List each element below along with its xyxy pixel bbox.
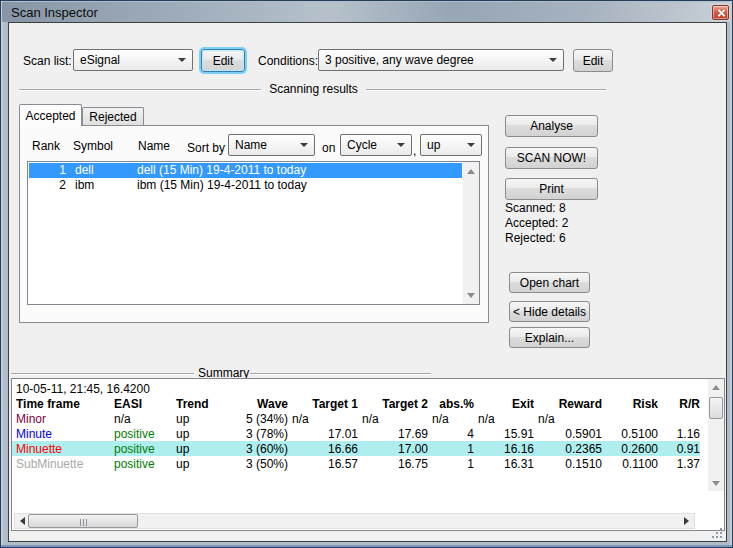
list-item-ibm[interactable]: 2 ibm ibm (15 Min) 19-4-2011 to today: [29, 178, 462, 193]
titlebar[interactable]: Scan Inspector: [2, 2, 731, 22]
close-icon: [716, 8, 725, 17]
sort-direction-value: up: [427, 138, 440, 152]
sort-on-dropdown[interactable]: Cycle: [340, 134, 412, 156]
target2-cell: n/a: [358, 411, 428, 426]
header-wave: Wave: [227, 396, 288, 411]
edit-scan-list-button[interactable]: Edit: [201, 49, 245, 72]
scroll-down-icon[interactable]: [463, 288, 479, 302]
target2-cell: 17.69: [358, 426, 428, 441]
summary-timestamp: 10-05-11, 21:45, 16.4200: [16, 382, 150, 396]
risk-cell: 0.2600: [602, 441, 658, 456]
scroll-down-icon[interactable]: [708, 477, 724, 489]
exit-cell: 16.31: [474, 456, 534, 471]
wave-cell: 3 (60%): [227, 441, 288, 456]
rr-cell: 0.91: [658, 441, 700, 456]
results-listbox[interactable]: 1 dell dell (15 Min) 19-4-2011 to today …: [27, 161, 480, 305]
abs-cell: n/a: [428, 411, 474, 426]
conditions-value: 3 positive, any wave degree: [325, 53, 474, 67]
sort-by-dropdown[interactable]: Name: [228, 134, 315, 156]
target1-cell: n/a: [288, 411, 358, 426]
trend-cell: up: [172, 441, 227, 456]
summary-row-minor[interactable]: Minor n/a up 5 (34%) n/a n/a n/a n/a n/a: [12, 411, 700, 426]
easi-cell: n/a: [110, 411, 172, 426]
scroll-up-icon[interactable]: [463, 164, 479, 178]
target1-cell: 16.57: [288, 456, 358, 471]
list-scrollbar[interactable]: [463, 162, 479, 304]
edit-scan-list-label: Edit: [213, 54, 234, 68]
sort-direction-dropdown[interactable]: up: [420, 134, 482, 156]
header-reward: Reward: [534, 396, 602, 411]
header-abs: abs.%: [428, 396, 474, 411]
header-trend: Trend: [172, 396, 227, 411]
scan-now-button[interactable]: SCAN NOW!: [505, 147, 598, 169]
reward-cell: n/a: [534, 411, 602, 426]
header-exit: Exit: [474, 396, 534, 411]
scan-inspector-window: Scan Inspector Scan list: eSignal Edit C…: [0, 0, 733, 548]
rr-cell: 1.37: [658, 456, 700, 471]
abs-cell: 1: [428, 456, 474, 471]
row-rank: 2: [29, 178, 66, 193]
chevron-down-icon: [549, 58, 557, 62]
summary-horizontal-scrollbar[interactable]: [14, 513, 695, 529]
sort-by-label: Sort by: [187, 141, 225, 155]
edit-conditions-button[interactable]: Edit: [573, 49, 613, 72]
tab-accepted-label: Accepted: [25, 109, 75, 123]
analyse-button[interactable]: Analyse: [505, 115, 598, 137]
summary-row-minuette-highlighted[interactable]: Minuette positive up 3 (60%) 16.66 17.00…: [12, 441, 700, 456]
conditions-dropdown[interactable]: 3 positive, any wave degree: [318, 49, 564, 71]
close-button[interactable]: [712, 5, 729, 20]
scroll-up-icon[interactable]: [708, 381, 724, 393]
easi-cell: positive: [110, 456, 172, 471]
target2-cell: 17.00: [358, 441, 428, 456]
analyse-label: Analyse: [530, 119, 573, 133]
reward-cell: 0.2365: [534, 441, 602, 456]
scan-list-label: Scan list:: [23, 54, 72, 68]
rr-cell: 1.16: [658, 426, 700, 441]
timeframe-cell: SubMinuette: [12, 456, 110, 471]
exit-cell: n/a: [474, 411, 534, 426]
sort-by-value: Name: [235, 138, 267, 152]
tab-rejected[interactable]: Rejected: [82, 107, 144, 126]
list-item-dell[interactable]: 1 dell dell (15 Min) 19-4-2011 to today: [29, 163, 462, 178]
edit-conditions-label: Edit: [583, 54, 604, 68]
trend-cell: up: [172, 456, 227, 471]
trend-cell: up: [172, 426, 227, 441]
scan-now-label: SCAN NOW!: [517, 151, 586, 165]
easi-cell: positive: [110, 426, 172, 441]
row-symbol: ibm: [75, 178, 129, 193]
scanning-results-group-label: Scanning results: [261, 82, 366, 96]
print-button[interactable]: Print: [505, 178, 598, 200]
row-rank: 1: [29, 163, 66, 178]
rr-cell: [658, 411, 700, 426]
scan-list-dropdown[interactable]: eSignal: [73, 49, 193, 71]
scrollbar-thumb[interactable]: [28, 514, 138, 528]
explain-button[interactable]: Explain...: [509, 327, 590, 348]
sort-separator: ,: [413, 144, 416, 158]
summary-row-minute[interactable]: Minute positive up 3 (78%) 17.01 17.69 4…: [12, 426, 700, 441]
window-title: Scan Inspector: [11, 5, 98, 20]
wave-cell: 3 (50%): [227, 456, 288, 471]
explain-label: Explain...: [525, 331, 574, 345]
hide-details-label: < Hide details: [513, 305, 586, 319]
header-target2: Target 2: [358, 396, 428, 411]
header-risk: Risk: [602, 396, 658, 411]
open-chart-button[interactable]: Open chart: [509, 272, 590, 293]
risk-cell: [602, 411, 658, 426]
risk-cell: 0.1100: [602, 456, 658, 471]
summary-vertical-scrollbar[interactable]: [708, 379, 724, 491]
resize-grip-icon[interactable]: [711, 528, 723, 539]
target2-cell: 16.75: [358, 456, 428, 471]
target1-cell: 16.66: [288, 441, 358, 456]
chevron-down-icon: [178, 58, 186, 62]
summary-row-subminuette[interactable]: SubMinuette positive up 3 (50%) 16.57 16…: [12, 456, 700, 471]
hide-details-button[interactable]: < Hide details: [509, 301, 590, 322]
scroll-right-icon[interactable]: [680, 514, 693, 528]
scrollbar-thumb[interactable]: [709, 397, 723, 419]
summary-table: Time frame EASI Trend Wave Target 1 Targ…: [12, 396, 700, 471]
stat-rejected: Rejected: 6: [505, 231, 568, 246]
timeframe-cell: Minor: [12, 411, 110, 426]
row-name: ibm (15 Min) 19-4-2011 to today: [137, 178, 307, 193]
stat-scanned: Scanned: 8: [505, 201, 568, 216]
tab-accepted[interactable]: Accepted: [19, 104, 82, 126]
chevron-down-icon: [300, 143, 308, 147]
